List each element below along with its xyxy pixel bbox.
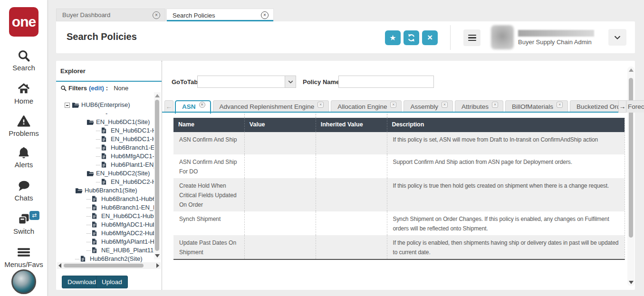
table-row[interactable]: ASN Confirm And Ship For DO Support Conf… xyxy=(173,154,625,178)
tree-item[interactable]: NE_HUB6_Plant11-H xyxy=(56,246,154,255)
tree-item[interactable]: Hub6Branch1-EN_H xyxy=(56,203,154,212)
policy-content: GoToTab: Policy Name: ← ASN × Advanced R… xyxy=(162,61,626,290)
tree-item[interactable]: Hub6MfgADC1-EN_H xyxy=(56,152,154,161)
goto-tab-select[interactable] xyxy=(197,76,296,88)
tree-item[interactable]: EN_Hub6DC2-Hub6I xyxy=(56,178,154,186)
policy-tab[interactable]: Bucketized Order Forecast × xyxy=(570,100,644,113)
sidebar-item-switch[interactable]: ⇄ Switch xyxy=(0,212,48,235)
tree-scrollbar[interactable] xyxy=(154,92,161,259)
sidebar-item-chats[interactable]: Chats xyxy=(0,179,48,202)
scroll-up-icon[interactable] xyxy=(155,94,160,97)
sidebar-item-menus-favs[interactable]: Menus/Favs xyxy=(0,245,48,268)
cell-inherited-value xyxy=(316,154,387,178)
tab-close-icon[interactable]: × xyxy=(557,102,563,108)
refresh-button[interactable] xyxy=(404,30,419,45)
tree-item[interactable]: EN_Hub6DC1-Hub6I xyxy=(56,212,154,220)
table-row[interactable]: ASN Confirm And Ship If this policy is s… xyxy=(173,132,625,154)
file-icon xyxy=(92,213,99,220)
filters-edit-link[interactable]: (edit) xyxy=(89,85,104,92)
scroll-right-icon[interactable] xyxy=(156,263,159,268)
tree-item-label: EN_Hub6DC1-Hub6I xyxy=(111,126,154,135)
tab-close-icon[interactable]: × xyxy=(492,102,498,108)
tab-close-icon[interactable]: × xyxy=(442,102,448,108)
sidebar-item-home[interactable]: Home xyxy=(0,82,48,105)
one-logo: one xyxy=(9,7,38,37)
table-row[interactable]: Synch Shipment Synch Shipment on Order C… xyxy=(173,211,625,235)
cell-inherited-value xyxy=(316,132,387,154)
column-header-description: Description xyxy=(387,118,625,132)
tree-item[interactable]: - xyxy=(56,109,154,118)
sidebar-item-problems[interactable]: Problems xyxy=(0,114,48,137)
file-icon xyxy=(101,162,109,168)
table-row[interactable]: Update Past Dates On Shipment If the pol… xyxy=(173,235,625,259)
tree-item[interactable]: EN_Hub6DC1-Hub6I xyxy=(56,135,154,143)
main-scrollbar[interactable] xyxy=(627,67,634,286)
tree-item[interactable]: EN_Hub6DC1(Site) xyxy=(56,118,154,126)
tree-item[interactable]: Hub6Branch1-EN_H xyxy=(56,143,154,152)
column-header-value: Value xyxy=(244,118,316,132)
policy-tab[interactable]: Assembly × xyxy=(404,100,453,113)
policy-tab[interactable]: Attributes × xyxy=(455,100,503,113)
tab-search-policies[interactable]: Search Policies × xyxy=(166,9,274,21)
tree-item-label: Hub6MfgADC1-Hub xyxy=(101,220,154,229)
tree-item-label: EN_Hub6DC1-Hub6I xyxy=(101,212,154,220)
table-row[interactable]: Create Hold When Critical Fields Updated… xyxy=(173,178,625,211)
policy-tab[interactable]: Advanced Replenishment Engine × xyxy=(213,100,329,113)
tree-item[interactable]: Hub6MfgADC1-Hub xyxy=(56,220,154,229)
scroll-left-icon[interactable] xyxy=(58,263,61,268)
close-icon[interactable]: × xyxy=(261,11,269,19)
logo-text: one xyxy=(12,14,36,30)
tab-close-icon[interactable]: × xyxy=(199,102,205,108)
policy-tab[interactable]: BillOfMaterials × xyxy=(505,100,568,113)
tree-item[interactable]: EN_Hub6DC2(Site) xyxy=(56,169,154,178)
switch-swap-badge[interactable]: ⇄ xyxy=(29,211,39,220)
cell-value[interactable] xyxy=(244,154,316,178)
scrollbar-thumb[interactable] xyxy=(155,100,159,251)
tree-item[interactable]: Hub6MfgAPlant1-Hu xyxy=(56,238,154,246)
tab-close-icon[interactable]: × xyxy=(390,102,396,108)
tree-item[interactable]: Hub6Branch1-Hub6 xyxy=(56,195,154,203)
tree-item[interactable]: EN_Hub6DC1-Hub6I xyxy=(56,126,154,135)
tab-label: Buyer Dashboard xyxy=(62,11,110,19)
tree-item[interactable]: Hub6Branch1(Site) xyxy=(56,186,154,195)
app-avatar-logo[interactable] xyxy=(11,269,36,294)
tree-item-label: Hub6MfgAPlant1-Hu xyxy=(101,238,154,246)
cell-value[interactable] xyxy=(244,178,316,211)
select-dropdown-button[interactable] xyxy=(285,76,296,87)
cell-value[interactable] xyxy=(244,132,316,154)
cell-value[interactable] xyxy=(244,211,316,235)
tree-item[interactable]: HUB6(Enterprise) xyxy=(56,101,154,109)
user-avatar[interactable] xyxy=(491,25,514,49)
scrollbar-thumb[interactable] xyxy=(64,264,144,267)
cell-value[interactable] xyxy=(244,235,316,259)
collapse-icon[interactable] xyxy=(65,103,70,108)
tree-item[interactable]: Hub6MfgADC2-Hub xyxy=(56,229,154,238)
tree-item-label: Hub6Plant1-EN_Hub xyxy=(111,161,154,169)
tabs-scroll-left-button[interactable]: ← xyxy=(164,100,173,113)
upload-button[interactable]: Upload xyxy=(96,276,128,288)
close-icon[interactable]: × xyxy=(153,11,160,19)
tab-buyer-dashboard[interactable]: Buyer Dashboard × xyxy=(56,9,165,21)
scroll-down-icon[interactable] xyxy=(155,254,160,258)
tree-item[interactable]: Hub6Branch2(Site) xyxy=(56,255,154,262)
tab-close-icon[interactable]: × xyxy=(317,102,324,108)
policy-name-input[interactable] xyxy=(338,76,434,88)
tabs-scroll-right-button[interactable]: → xyxy=(618,100,626,113)
policy-tab-label: ASN xyxy=(182,103,196,110)
global-menu-button[interactable] xyxy=(463,29,481,46)
scroll-down-icon[interactable] xyxy=(629,281,634,284)
user-menu-button[interactable] xyxy=(608,29,626,46)
sidebar-label: Alerts xyxy=(0,161,48,169)
tree-item-label: Hub6Branch1-Hub6 xyxy=(101,195,154,203)
close-page-button[interactable]: × xyxy=(422,30,438,45)
scroll-up-icon[interactable] xyxy=(629,68,634,72)
tree-horizontal-scrollbar[interactable] xyxy=(57,262,161,269)
cell-name: Create Hold When Critical Fields Updated… xyxy=(173,178,244,211)
policy-tab[interactable]: Allocation Engine × xyxy=(331,100,402,113)
tree-item[interactable]: Hub6Plant1-EN_Hub xyxy=(56,161,154,169)
tree-item-label: Hub6MfgADC2-Hub xyxy=(101,229,154,238)
sidebar-item-search[interactable]: Search xyxy=(0,48,48,72)
favorite-button[interactable]: ★ xyxy=(385,30,401,45)
sidebar-item-alerts[interactable]: Alerts xyxy=(0,145,48,169)
sidebar-label: Problems xyxy=(0,129,48,137)
